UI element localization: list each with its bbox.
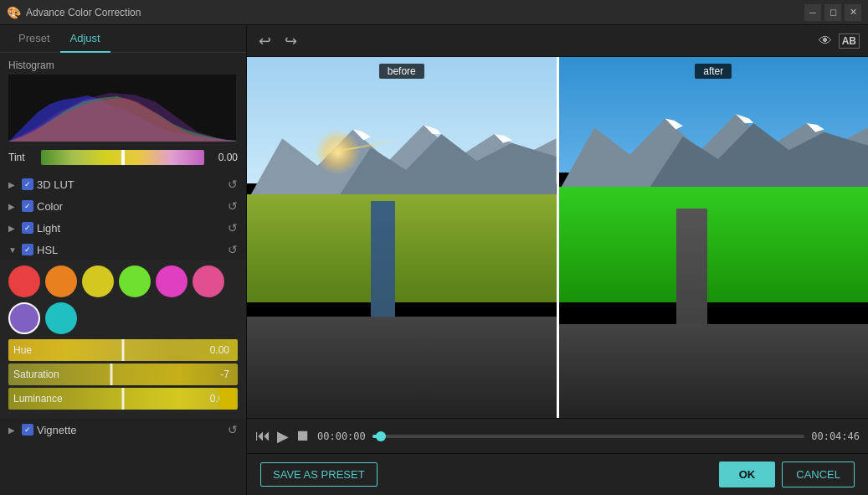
section-light[interactable]: ▶ ✓ Light ↺ [0,217,246,239]
after-label: after [695,64,732,79]
3d-lut-reset-icon[interactable]: ↺ [228,178,238,191]
light-reset-icon[interactable]: ↺ [228,221,238,235]
luminance-slider[interactable]: Luminance 0.00 [8,388,238,410]
hsl-reset-icon[interactable]: ↺ [228,243,238,256]
right-panel: ↩ ↪ 👁 AB before [247,25,868,495]
window-title: Advance Color Correction [26,7,141,18]
chevron-right-icon: ▶ [8,224,18,233]
saturation-slider[interactable]: Saturation -7 [8,364,238,385]
histogram-title: Histogram [8,59,238,71]
light-label: Light [37,222,224,235]
hsl-circle-red[interactable] [8,266,40,297]
tab-adjust[interactable]: Adjust [60,25,110,53]
hsl-checkbox[interactable]: ✓ [22,244,33,255]
redo-button[interactable]: ↪ [281,30,300,52]
tint-row: Tint 0.00 [8,150,238,165]
luminance-slider-row: Luminance 0.00 [8,388,238,410]
vignette-reset-icon[interactable]: ↺ [228,423,238,436]
hsl-circle-pink[interactable] [156,266,187,297]
bottom-bar: SAVE AS PRESET OK CANCEL [247,453,868,495]
section-vignette[interactable]: ▶ ✓ Vignette ↺ [0,419,246,441]
hue-slider[interactable]: Hue 0.00 [8,339,238,361]
left-panel: Preset Adjust Histogram Tint [0,25,247,495]
hsl-circle-orange[interactable] [45,266,77,297]
tint-slider[interactable] [41,150,204,165]
section-3d-lut[interactable]: ▶ ✓ 3D LUT ↺ [0,173,246,195]
title-bar: 🎨 Advance Color Correction ─ ◻ ✕ [0,0,868,25]
saturation-slider-row: Saturation -7 [8,364,238,385]
hsl-expanded: Hue 0.00 Saturation -7 [0,260,246,419]
hsl-color-circles [8,266,238,334]
before-label: before [379,64,424,79]
eye-icon[interactable]: 👁 [819,34,832,49]
color-label: Color [37,200,224,213]
video-before: before [247,57,557,418]
3d-lut-label: 3D LUT [37,178,224,191]
tab-preset[interactable]: Preset [8,25,60,53]
cancel-button[interactable]: CANCEL [782,461,855,487]
bottom-right-buttons: OK CANCEL [719,461,855,487]
progress-bar[interactable] [372,435,804,438]
undo-button[interactable]: ↩ [255,30,275,52]
color-reset-icon[interactable]: ↺ [228,199,238,213]
close-button[interactable]: ✕ [845,4,861,21]
playback-bar: ⏮ ▶ ⏹ 00:00:00 00:04:46 [247,418,868,453]
histogram-section: Histogram [0,53,246,145]
video-split-divider[interactable] [557,57,559,418]
section-list: ▶ ✓ 3D LUT ↺ ▶ ✓ Color ↺ ▶ ✓ Light ↺ ▼ [0,170,246,444]
tab-bar: Preset Adjust [0,25,246,53]
video-after: after [559,57,869,418]
light-checkbox[interactable]: ✓ [22,222,33,234]
vignette-label: Vignette [37,424,224,436]
hsl-circle-purple[interactable] [8,302,40,334]
3d-lut-checkbox[interactable]: ✓ [22,178,33,190]
stop-button[interactable]: ⏹ [295,427,311,445]
chevron-right-icon: ▶ [8,202,18,211]
section-hsl[interactable]: ▼ ✓ HSL ↺ [0,239,246,260]
vignette-checkbox[interactable]: ✓ [22,424,33,436]
video-toolbar: ↩ ↪ 👁 AB [247,25,868,57]
hsl-circle-cyan[interactable] [45,302,77,334]
ab-compare-icon[interactable]: AB [839,34,860,49]
chevron-right-icon: ▶ [8,425,18,435]
chevron-down-icon: ▼ [8,245,18,255]
play-pause-button[interactable]: ▶ [277,427,289,446]
maximize-button[interactable]: ◻ [824,4,841,21]
minimize-button[interactable]: ─ [804,4,821,21]
video-preview: before [247,57,868,418]
hsl-circle-green[interactable] [119,266,151,297]
color-checkbox[interactable]: ✓ [22,200,33,212]
chevron-right-icon: ▶ [8,180,18,189]
hsl-label: HSL [37,244,224,256]
progress-indicator [376,431,386,441]
hsl-circle-yellow[interactable] [82,266,114,297]
time-total: 00:04:46 [811,431,860,442]
section-color[interactable]: ▶ ✓ Color ↺ [0,195,246,217]
tint-value: 0.00 [208,152,238,163]
tint-label: Tint [8,152,38,163]
hue-slider-row: Hue 0.00 [8,339,238,361]
skip-back-button[interactable]: ⏮ [255,427,270,445]
save-preset-button[interactable]: SAVE AS PRESET [260,462,378,487]
hsl-circle-rose[interactable] [193,266,224,297]
histogram-canvas [8,75,236,142]
app-icon: 🎨 [7,6,21,19]
ok-button[interactable]: OK [719,461,776,487]
time-current: 00:00:00 [317,431,366,442]
